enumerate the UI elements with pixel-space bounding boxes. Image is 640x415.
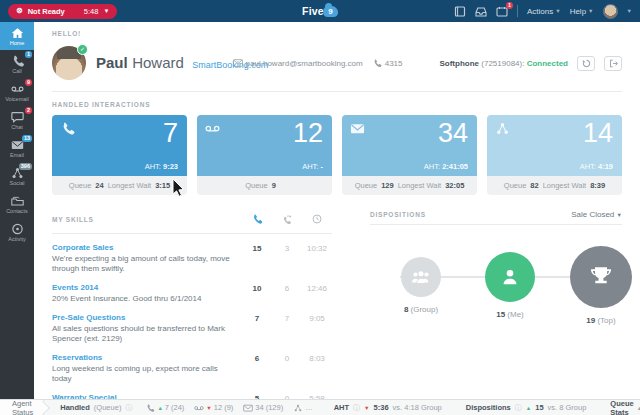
chevron-down-icon: ▼ xyxy=(617,212,622,218)
softphone-connected-label: Connected xyxy=(527,59,568,68)
agent-state-selector[interactable]: ⊗ Not Ready 5:48 ▼ xyxy=(8,4,117,19)
skill-row: Events 2014 20% Event Insurance. Good th… xyxy=(52,283,332,304)
skill-calls: 6 xyxy=(242,353,272,384)
refresh-icon xyxy=(582,59,591,68)
state-timer: 5:48 xyxy=(84,7,99,16)
group-icon xyxy=(411,271,431,284)
skill-description: We're expecting a big amount of calls to… xyxy=(52,254,236,274)
email-card[interactable]: 34 AHT: 2:41:05 Queue129 Longest Wait32:… xyxy=(342,115,477,195)
calls-count: 7 xyxy=(163,117,178,149)
dispo-top-stat: 19 (Top) xyxy=(556,229,640,325)
person-icon xyxy=(501,268,519,286)
social-aht: AHT: 4:19 xyxy=(580,162,613,171)
sidebar-item-email[interactable]: Email 13 xyxy=(0,134,34,162)
info-icon[interactable]: ⓘ xyxy=(125,403,132,413)
inbox-tray-icon[interactable] xyxy=(475,6,487,17)
sidebar-item-activity[interactable]: Activity xyxy=(0,218,34,246)
trend-up-icon: ▲ xyxy=(526,405,531,411)
actions-menu[interactable]: Actions▼ xyxy=(527,7,561,16)
skills-header: MY SKILLS xyxy=(52,210,332,234)
agent-contact-info: paul.howard@smartbooking.com 4315 Softph… xyxy=(233,56,622,71)
ready-check-icon: ✓ xyxy=(77,44,88,55)
calls-card[interactable]: 7 AHT: 9:23 Queue24 Longest Wait3:15 xyxy=(52,115,187,195)
skill-name-link[interactable]: Events 2014 xyxy=(52,283,236,292)
agent-status-tab[interactable]: Agent Status xyxy=(0,400,44,415)
sidebar-item-contacts[interactable]: Contacts xyxy=(0,190,34,218)
skill-name-link[interactable]: Pre-Sale Questions xyxy=(52,313,236,322)
social-card[interactable]: 14 AHT: 4:19 Queue82 Longest Wait8:39 xyxy=(487,115,622,195)
address-book-icon[interactable] xyxy=(454,6,466,17)
voicemail-card[interactable]: 12 AHT: - Queue9 xyxy=(197,115,332,195)
dispo-group-stat: 8 (Group) xyxy=(376,229,466,314)
contacts-icon xyxy=(11,195,24,207)
sidebar-item-call[interactable]: Call 1 xyxy=(0,50,34,78)
voicemail-count: 12 xyxy=(293,117,323,149)
email-icon xyxy=(233,59,243,67)
softphone-status: Softphone (72519084): Connected xyxy=(439,59,568,68)
skill-name-link[interactable]: Corporate Sales xyxy=(52,243,236,252)
call-badge: 1 xyxy=(25,51,32,58)
group-value: 8 xyxy=(404,305,408,314)
my-skills-panel: MY SKILLS Corporate Sales We're expectin… xyxy=(52,210,354,415)
trend-down-icon: ▼ xyxy=(364,405,369,411)
skill-description: All sales questions should be transferre… xyxy=(52,324,236,344)
logout-station-button[interactable] xyxy=(604,56,622,71)
aht-metric[interactable]: AHT ⓘ ▼ 5:36 vs. 4:18 Group xyxy=(326,403,450,413)
phone-icon xyxy=(11,55,24,67)
calendar-icon[interactable]: 1 xyxy=(496,6,508,17)
social-count: 14 xyxy=(583,117,613,149)
voicemail-queue-info: Queue9 xyxy=(197,176,332,195)
topbar-divider xyxy=(517,5,518,17)
voicemail-icon xyxy=(194,404,204,412)
phone-icon xyxy=(252,214,262,224)
lower-panels: MY SKILLS Corporate Sales We're expectin… xyxy=(52,210,622,415)
home-icon xyxy=(11,27,24,39)
phone-icon xyxy=(60,122,75,135)
disposition-filter-dropdown[interactable]: Sale Closed ▼ xyxy=(571,210,622,219)
sidebar-item-social[interactable]: Social 396 xyxy=(0,162,34,190)
help-menu[interactable]: Help▼ xyxy=(570,7,594,16)
handled-interactions-title: HANDLED INTERACTIONS xyxy=(52,101,622,108)
section-divider xyxy=(52,91,622,92)
email-icon xyxy=(350,122,365,135)
agent-email: paul.howard@smartbooking.com xyxy=(233,59,363,68)
voicemail-aht: AHT: - xyxy=(302,162,323,171)
handled-calls-metric[interactable]: ▲ 7 (24) xyxy=(140,403,189,412)
handled-voicemail-metric[interactable]: ▼ 12 (9) xyxy=(189,403,238,412)
voicemail-icon xyxy=(205,122,220,135)
skill-description: Long weekend is coming up, expect more c… xyxy=(52,364,236,384)
chevron-down-icon: ▼ xyxy=(627,8,632,14)
calls-column-header xyxy=(242,210,272,228)
queue-stats-toggle[interactable]: Queue Stats ▲ xyxy=(602,399,640,415)
profile-menu-caret[interactable]: ▼ xyxy=(627,8,632,14)
calendar-badge: 1 xyxy=(506,2,513,9)
handled-email-metric[interactable]: 34 (129) xyxy=(238,403,288,412)
bottom-status-bar: Agent Status Handled (Queue) ⓘ ▲ 7 (24) … xyxy=(0,399,640,415)
dispositions-panel: DISPOSITIONS Sale Closed ▼ 8 (Group) xyxy=(354,210,622,415)
sidebar-item-voicemail[interactable]: Voicemail 9 xyxy=(0,78,34,106)
handled-label-group: Handled (Queue) ⓘ xyxy=(52,403,140,413)
group-label: (Group) xyxy=(411,305,439,314)
sidebar-item-home[interactable]: Home xyxy=(0,22,34,50)
sidebar-item-chat[interactable]: Chat 2 xyxy=(0,106,34,134)
callback-icon xyxy=(282,214,292,224)
handled-social-metric[interactable]: … xyxy=(288,403,318,412)
top-value: 19 xyxy=(586,316,595,325)
skill-name-link[interactable]: Reservations xyxy=(52,353,236,362)
skill-queued: 3 xyxy=(272,243,302,274)
user-avatar-small[interactable] xyxy=(603,4,618,19)
dispositions-metric[interactable]: Dispositions ⓘ ▲ 15 vs. 8 Group xyxy=(458,403,595,413)
social-card-top: 14 AHT: 4:19 xyxy=(487,115,622,176)
me-label: (Me) xyxy=(507,310,523,319)
trend-up-icon: ▲ xyxy=(157,405,162,411)
reconnect-button[interactable] xyxy=(577,56,595,71)
dispositions-title: DISPOSITIONS xyxy=(370,211,426,218)
voicemail-icon xyxy=(11,83,24,95)
cloud-nine-icon: 9 xyxy=(323,6,338,17)
dispo-me-stat: 15 (Me) xyxy=(465,229,555,319)
phone-icon xyxy=(372,59,382,67)
dispositions-header: DISPOSITIONS Sale Closed ▼ xyxy=(370,210,622,225)
skill-time: 10:32 xyxy=(302,243,332,274)
chevron-down-icon: ▼ xyxy=(555,8,560,14)
chevron-down-icon: ▼ xyxy=(103,8,109,14)
